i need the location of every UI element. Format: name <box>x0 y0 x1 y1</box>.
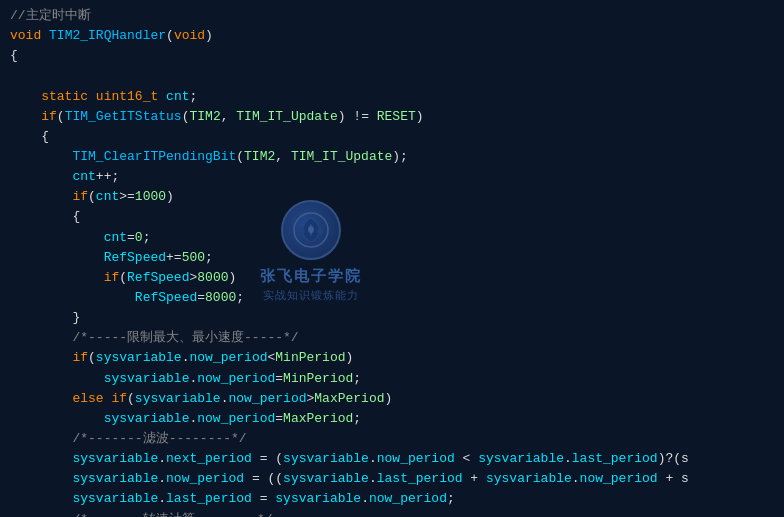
code-line-12: cnt=0; <box>10 228 774 248</box>
code-line-6: if(TIM_GetITStatus(TIM2, TIM_IT_Update) … <box>10 107 774 127</box>
code-line-1: //主定时中断 <box>10 6 774 26</box>
code-line-16: } <box>10 308 774 328</box>
code-line-8: TIM_ClearITPendingBit(TIM2, TIM_IT_Updat… <box>10 147 774 167</box>
code-line-20: else if(sysvariable.now_period>MaxPeriod… <box>10 389 774 409</box>
code-line-10: if(cnt>=1000) <box>10 187 774 207</box>
code-line-13: RefSpeed+=500; <box>10 248 774 268</box>
code-line-15: RefSpeed=8000; <box>10 288 774 308</box>
code-line-3: { <box>10 46 774 66</box>
code-line-17: /*-----限制最大、最小速度-----*/ <box>10 328 774 348</box>
code-line-22: /*-------滤波--------*/ <box>10 429 774 449</box>
code-line-24: sysvariable.now_period = ((sysvariable.l… <box>10 469 774 489</box>
code-line-18: if(sysvariable.now_period<MinPeriod) <box>10 348 774 368</box>
code-line-5: static uint16_t cnt; <box>10 87 774 107</box>
code-line-21: sysvariable.now_period=MaxPeriod; <box>10 409 774 429</box>
code-line-11: { <box>10 207 774 227</box>
code-line-19: sysvariable.now_period=MinPeriod; <box>10 369 774 389</box>
code-line-25: sysvariable.last_period = sysvariable.no… <box>10 489 774 509</box>
code-line-14: if(RefSpeed>8000) <box>10 268 774 288</box>
code-line-2: void TIM2_IRQHandler(void) <box>10 26 774 46</box>
code-line-7: { <box>10 127 774 147</box>
code-editor: //主定时中断 void TIM2_IRQHandler(void) { sta… <box>0 0 784 517</box>
code-line-23: sysvariable.next_period = (sysvariable.n… <box>10 449 774 469</box>
code-line-4 <box>10 66 774 86</box>
code-line-26: /*-------转速计算--------*/ <box>10 510 774 517</box>
code-line-9: cnt++; <box>10 167 774 187</box>
